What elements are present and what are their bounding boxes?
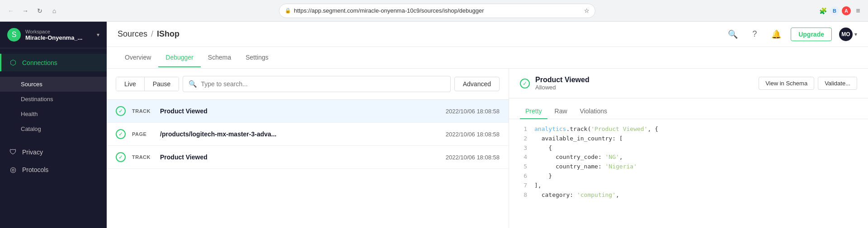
sidebar-item-health[interactable]: Health bbox=[0, 107, 107, 121]
search-box: 🔍 bbox=[183, 76, 450, 92]
line-number: 3 bbox=[520, 144, 527, 153]
sidebar-item-privacy-label: Privacy bbox=[22, 149, 43, 156]
event-timestamp: 2022/10/06 18:08:58 bbox=[446, 154, 500, 161]
event-status-icon: ✓ bbox=[116, 152, 126, 162]
url-bar[interactable]: 🔒 https://app.segment.com/miracle-onyenm… bbox=[279, 4, 595, 18]
menu-icon[interactable]: ≡ bbox=[854, 6, 863, 15]
tab-overview[interactable]: Overview bbox=[118, 48, 158, 67]
breadcrumb-current: IShop bbox=[157, 29, 179, 39]
forward-button[interactable]: → bbox=[20, 5, 31, 16]
code-line: 1 analytics.track('Product Viewed', { bbox=[520, 125, 857, 134]
debugger-toolbar: Live Pause 🔍 Advanced bbox=[107, 69, 509, 100]
line-number: 6 bbox=[520, 172, 527, 181]
event-list: ✓ TRACK Product Viewed 2022/10/06 18:08:… bbox=[107, 100, 509, 228]
code-line: 7 ], bbox=[520, 181, 857, 191]
refresh-button[interactable]: ↻ bbox=[34, 5, 45, 16]
workspace-label: Workspace bbox=[25, 29, 92, 34]
breadcrumb-parent[interactable]: Sources bbox=[118, 29, 147, 39]
header-actions: 🔍 ? 🔔 Upgrade MO ▾ bbox=[726, 27, 857, 42]
line-content: } bbox=[534, 172, 552, 181]
bookmark-icon: ☆ bbox=[584, 7, 590, 14]
sidebar-item-privacy[interactable]: 🛡 Privacy bbox=[0, 144, 107, 161]
line-number: 4 bbox=[520, 153, 527, 162]
code-line: 3 { bbox=[520, 144, 857, 153]
live-button[interactable]: Live bbox=[116, 77, 145, 91]
breadcrumb-separator: / bbox=[151, 29, 153, 39]
sidebar-item-sources[interactable]: Sources bbox=[0, 77, 107, 92]
event-type-badge: PAGE bbox=[132, 131, 154, 137]
protocols-icon: ◎ bbox=[9, 165, 18, 174]
code-tab-violations[interactable]: Violations bbox=[575, 104, 613, 119]
event-row[interactable]: ✓ TRACK Product Viewed 2022/10/06 18:08:… bbox=[107, 146, 509, 169]
sidebar-nav: ⬡ Connections bbox=[0, 48, 107, 77]
sidebar-subnav: Sources Destinations Health Catalog bbox=[0, 77, 107, 140]
workspace-header[interactable]: S Workspace Miracle-Onyenma_... ▾ bbox=[0, 22, 107, 48]
line-content: { bbox=[534, 144, 552, 153]
tab-settings[interactable]: Settings bbox=[238, 48, 276, 67]
event-timestamp: 2022/10/06 18:08:58 bbox=[446, 108, 500, 115]
logo-char: S bbox=[12, 31, 17, 39]
sidebar-item-destinations-label: Destinations bbox=[21, 96, 53, 102]
user-avatar: MO bbox=[839, 28, 853, 41]
event-status-icon: ✓ bbox=[116, 129, 126, 139]
event-row[interactable]: ✓ PAGE /products/logitech-mx-master-3-ad… bbox=[107, 123, 509, 146]
code-tabs: Pretty Raw Violations bbox=[509, 98, 868, 119]
detail-header: ✓ Product Viewed Allowed View in Schema … bbox=[509, 69, 868, 98]
detail-event-info: ✓ Product Viewed Allowed bbox=[520, 76, 590, 91]
sidebar-item-sources-label: Sources bbox=[21, 81, 42, 88]
browser-extensions: 🧩 B A ≡ bbox=[818, 6, 863, 15]
code-line: 8 category: 'computing', bbox=[520, 191, 857, 200]
tab-debugger[interactable]: Debugger bbox=[158, 48, 201, 67]
app-container: S Workspace Miracle-Onyenma_... ▾ ⬡ Conn… bbox=[0, 22, 868, 228]
search-header-button[interactable]: 🔍 bbox=[726, 27, 740, 42]
line-number: 2 bbox=[520, 134, 527, 144]
code-line: 6 } bbox=[520, 172, 857, 181]
main-content: Sources / IShop 🔍 ? 🔔 Upgrade MO ▾ Overv… bbox=[107, 22, 868, 228]
search-input[interactable] bbox=[201, 80, 444, 88]
sidebar-item-destinations[interactable]: Destinations bbox=[0, 92, 107, 107]
upgrade-button[interactable]: Upgrade bbox=[791, 28, 832, 41]
tab-schema[interactable]: Schema bbox=[201, 48, 238, 67]
main-header: Sources / IShop 🔍 ? 🔔 Upgrade MO ▾ bbox=[107, 22, 868, 47]
sidebar-item-connections[interactable]: ⬡ Connections bbox=[0, 54, 107, 71]
event-row[interactable]: ✓ TRACK Product Viewed 2022/10/06 18:08:… bbox=[107, 100, 509, 123]
back-button[interactable]: ← bbox=[5, 5, 16, 16]
privacy-icon: 🛡 bbox=[9, 148, 18, 156]
notifications-button[interactable]: 🔔 bbox=[769, 27, 783, 42]
detail-actions: View in Schema Validate... bbox=[759, 77, 857, 90]
brave-shield-icon: B bbox=[830, 6, 839, 15]
line-content: category: 'computing', bbox=[534, 191, 619, 200]
event-name: Product Viewed bbox=[160, 154, 439, 161]
line-number: 7 bbox=[520, 181, 527, 191]
code-tab-pretty[interactable]: Pretty bbox=[520, 104, 547, 119]
sidebar-item-catalog[interactable]: Catalog bbox=[0, 121, 107, 136]
live-pause-group: Live Pause bbox=[116, 77, 179, 91]
line-number: 5 bbox=[520, 162, 527, 172]
pause-button[interactable]: Pause bbox=[145, 77, 179, 91]
detail-event-status: Allowed bbox=[535, 84, 590, 91]
workspace-name: Miracle-Onyenma_... bbox=[25, 34, 92, 41]
home-button[interactable]: ⌂ bbox=[49, 5, 60, 16]
view-in-schema-button[interactable]: View in Schema bbox=[759, 77, 814, 90]
breadcrumb: Sources / IShop bbox=[118, 29, 179, 39]
user-menu[interactable]: MO ▾ bbox=[839, 28, 857, 41]
sidebar-item-protocols[interactable]: ◎ Protocols bbox=[0, 161, 107, 178]
debugger-content: Live Pause 🔍 Advanced ✓ TRACK Product Vi… bbox=[107, 69, 868, 228]
line-content: analytics.track('Product Viewed', { bbox=[534, 125, 658, 134]
lock-icon: 🔒 bbox=[285, 8, 291, 14]
code-tab-raw[interactable]: Raw bbox=[549, 104, 573, 119]
code-line: 2 available_in_country: [ bbox=[520, 134, 857, 144]
line-content: ], bbox=[534, 181, 542, 191]
sidebar: S Workspace Miracle-Onyenma_... ▾ ⬡ Conn… bbox=[0, 22, 107, 228]
puzzle-icon: 🧩 bbox=[818, 6, 827, 15]
advanced-button[interactable]: Advanced bbox=[454, 77, 500, 91]
help-button[interactable]: ? bbox=[747, 27, 762, 42]
line-content: country_code: 'NG', bbox=[534, 153, 623, 162]
tabs-bar: Overview Debugger Schema Settings bbox=[107, 47, 868, 69]
debugger-right-panel: ✓ Product Viewed Allowed View in Schema … bbox=[509, 69, 868, 228]
event-type-badge: TRACK bbox=[132, 108, 154, 114]
sidebar-item-connections-label: Connections bbox=[22, 59, 57, 66]
sidebar-item-health-label: Health bbox=[21, 111, 38, 117]
validate-button[interactable]: Validate... bbox=[818, 77, 857, 90]
detail-event-text: Product Viewed Allowed bbox=[535, 76, 590, 91]
